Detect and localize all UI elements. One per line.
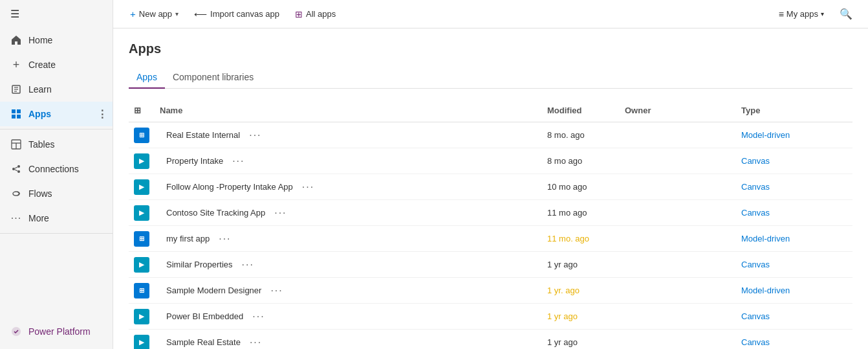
modified-value: 11 mo ago (547, 208, 587, 218)
sidebar-item-tables[interactable]: Tables (0, 132, 113, 157)
row-more-button[interactable]: ··· (228, 154, 248, 168)
app-name[interactable]: Power BI Embedded (166, 311, 243, 321)
learn-icon (10, 84, 22, 95)
table-row: ⊞ Sample Modern Designer ··· 1 yr. ago M… (129, 278, 852, 304)
row-icon-col: ⊞ (129, 280, 155, 301)
tab-apps[interactable]: Apps (129, 67, 165, 89)
app-icon: ▶ (134, 179, 149, 195)
row-modified-col: 1 yr ago (542, 335, 620, 349)
app-icon: ▶ (134, 335, 149, 350)
row-owner-col (620, 159, 736, 164)
row-name-col: Sample Modern Designer ··· (155, 281, 542, 300)
row-type-col: Canvas (736, 153, 852, 168)
new-app-chevron-icon: ▾ (175, 10, 179, 17)
row-name-col: my first app ··· (155, 229, 542, 249)
svg-line-15 (15, 170, 17, 171)
tab-component-libraries[interactable]: Component libraries (165, 67, 261, 89)
row-more-button[interactable]: ··· (298, 180, 318, 194)
sidebar-item-learn[interactable]: Learn (0, 77, 113, 102)
modified-value: 1 yr. ago (547, 286, 580, 295)
app-icon: ⊞ (134, 283, 149, 298)
svg-point-12 (17, 165, 20, 168)
row-owner-col (620, 133, 736, 138)
svg-rect-4 (12, 109, 16, 113)
sidebar-item-power-platform[interactable]: Power Platform (0, 319, 113, 344)
row-more-button[interactable]: ··· (246, 335, 266, 350)
row-more-button[interactable]: ··· (238, 258, 258, 272)
sidebar-item-more[interactable]: ··· More (0, 206, 113, 231)
type-value: Model-driven (741, 286, 790, 295)
row-more-button[interactable]: ··· (270, 206, 290, 220)
row-type-col: Canvas (736, 335, 852, 349)
all-apps-button[interactable]: ⊞ All apps (288, 6, 342, 22)
row-icon-col: ▶ (129, 332, 155, 350)
tables-icon (10, 139, 22, 150)
app-name[interactable]: Similar Properties (166, 260, 233, 269)
hamburger-icon[interactable]: ☰ (0, 0, 113, 28)
row-type-col: Model-driven (736, 283, 852, 298)
app-icon: ⊞ (134, 128, 149, 143)
topbar-right: ≡ My apps ▾ 🔍 (774, 5, 858, 23)
search-icon: 🔍 (840, 8, 852, 19)
app-icon: ▶ (134, 309, 149, 324)
app-name[interactable]: Contoso Site Tracking App (166, 208, 265, 218)
office-icon: ⊞ (295, 9, 303, 19)
type-value: Canvas (741, 260, 770, 269)
flows-icon (10, 188, 22, 199)
row-modified-col: 11 mo. ago (542, 231, 620, 246)
tabs-bar: Apps Component libraries (129, 67, 852, 89)
more-icon: ··· (10, 212, 22, 224)
sidebar-label-tables: Tables (28, 139, 54, 150)
svg-point-13 (17, 170, 20, 173)
row-owner-col (620, 314, 736, 319)
app-name[interactable]: Sample Real Estate (166, 337, 241, 347)
new-app-button[interactable]: + New app ▾ (124, 6, 185, 22)
new-app-label: New app (139, 9, 172, 19)
row-modified-col: 1 yr ago (542, 309, 620, 324)
svg-line-14 (15, 167, 17, 168)
row-modified-col: 11 mo ago (542, 205, 620, 220)
main-content: + New app ▾ ⟵ Import canvas app ⊞ All ap… (113, 0, 868, 349)
modified-value: 1 yr ago (547, 337, 578, 347)
sidebar-item-flows[interactable]: Flows (0, 181, 113, 206)
type-value: Canvas (741, 311, 770, 321)
row-owner-col (620, 288, 736, 293)
app-name[interactable]: Sample Modern Designer (166, 286, 261, 295)
import-canvas-button[interactable]: ⟵ Import canvas app (188, 6, 286, 22)
search-button[interactable]: 🔍 (834, 5, 858, 23)
sidebar-item-apps[interactable]: Apps ⋮ (0, 102, 113, 126)
app-icon: ▶ (134, 257, 149, 273)
power-platform-icon (10, 326, 22, 337)
modified-value: 8 mo. ago (547, 130, 585, 140)
content-area: Apps Apps Component libraries ⊞ Name Mod… (113, 28, 868, 349)
apps-more-icon[interactable]: ⋮ (97, 108, 107, 120)
row-type-col: Canvas (736, 309, 852, 324)
app-name[interactable]: my first app (166, 234, 210, 243)
type-value: Canvas (741, 156, 770, 166)
row-more-button[interactable]: ··· (215, 232, 235, 246)
app-name[interactable]: Property Intake (166, 156, 223, 166)
app-name[interactable]: Follow Along -Property Intake App (166, 182, 293, 192)
create-icon: + (10, 59, 22, 71)
row-type-col: Canvas (736, 205, 852, 220)
sidebar-item-connections[interactable]: Connections (0, 157, 113, 181)
sidebar-label-power-platform: Power Platform (28, 326, 91, 337)
all-apps-label: All apps (306, 9, 336, 19)
col-header-checkbox: ⊞ (129, 103, 155, 118)
app-name[interactable]: Real Estate Internal (166, 130, 240, 140)
my-apps-button[interactable]: ≡ My apps ▾ (774, 6, 829, 22)
type-value: Model-driven (741, 130, 790, 140)
apps-table: ⊞ Name Modified Owner Type ⊞ Real Estate… (129, 99, 852, 349)
row-owner-col (620, 210, 736, 216)
grid-icon: ⊞ (134, 106, 141, 115)
sidebar-item-create[interactable]: + Create (0, 52, 113, 77)
row-more-button[interactable]: ··· (245, 128, 265, 142)
modified-value: 1 yr ago (547, 311, 578, 321)
topbar: + New app ▾ ⟵ Import canvas app ⊞ All ap… (113, 0, 868, 28)
modified-value: 10 mo ago (547, 182, 587, 192)
row-more-button[interactable]: ··· (248, 310, 268, 324)
row-modified-col: 10 mo ago (542, 179, 620, 194)
row-more-button[interactable]: ··· (266, 284, 287, 298)
table-row: ▶ Contoso Site Tracking App ··· 11 mo ag… (129, 200, 852, 226)
sidebar-item-home[interactable]: Home (0, 28, 113, 52)
